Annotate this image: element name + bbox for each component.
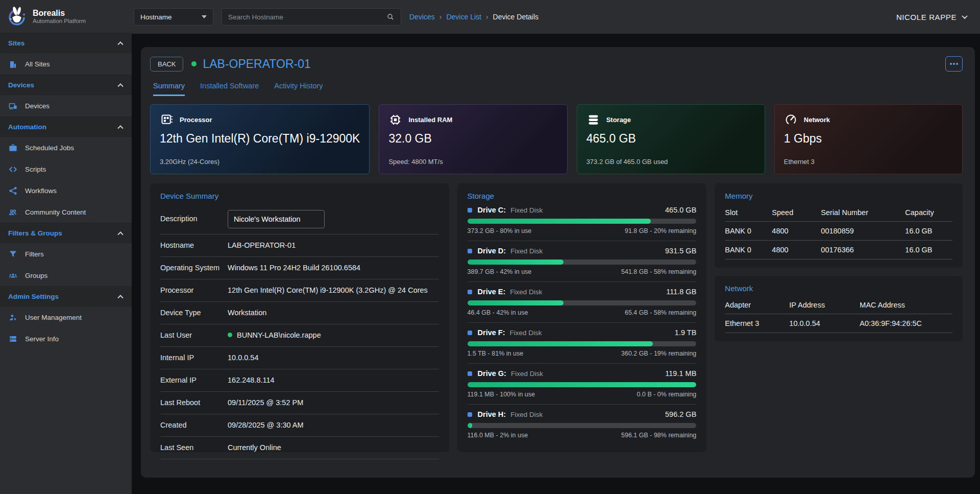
- stat-cards: Processor 12th Gen Intel(R) Core(TM) i9-…: [150, 104, 963, 174]
- drive-progress-bar: [468, 219, 697, 224]
- sidebar-item-scripts[interactable]: Scripts: [0, 158, 132, 180]
- drive-bullet-icon: [468, 208, 472, 213]
- chevron-up-icon: [117, 41, 123, 47]
- sidebar-section-devices[interactable]: Devices: [0, 75, 132, 95]
- main-column: Hostname Devices › Device List › Device …: [132, 0, 980, 494]
- back-button[interactable]: BACK: [150, 57, 183, 72]
- summary-row: Last Reboot 09/11/2025 @ 3:52 PM: [160, 392, 439, 414]
- brand-subtitle: Automation Platform: [33, 18, 86, 24]
- table-cell: Ethernet 3: [725, 314, 789, 333]
- sidebar-item-workflows[interactable]: Workflows: [0, 180, 132, 201]
- tab-summary[interactable]: Summary: [153, 82, 185, 96]
- summary-row: Last Seen Currently Online: [160, 437, 439, 459]
- sidebar-item-groups[interactable]: Groups: [0, 265, 132, 286]
- gauge-icon: [784, 113, 798, 127]
- ram-icon: [388, 113, 402, 127]
- stat-card-footer: 3.20GHz (24-Cores): [160, 158, 360, 166]
- drive-row-e: Drive E: Fixed Disk 111.8 GB 46.4 GB - 4…: [468, 282, 697, 323]
- panel-title: Device Summary: [160, 192, 439, 200]
- section-label: Sites: [8, 39, 24, 47]
- tab-installed-software[interactable]: Installed Software: [200, 82, 259, 96]
- sidebar-item-user-management[interactable]: User Management: [0, 307, 132, 328]
- sidebar-section-automation[interactable]: Automation: [0, 116, 132, 137]
- filter-select-value: Hostname: [140, 13, 172, 21]
- summary-row: Device Type Workstation: [160, 302, 439, 324]
- brand-text: Borealis Automation Platform: [33, 9, 86, 24]
- breadcrumb-separator: ›: [486, 13, 488, 21]
- drive-progress-bar: [468, 300, 697, 305]
- summary-row: Internal IP 10.0.0.54: [160, 347, 439, 369]
- hostname-filter-select[interactable]: Hostname: [134, 8, 213, 26]
- panel-title: Storage: [468, 192, 697, 200]
- memory-table: Slot Speed Serial Number Capacity BANK 0…: [725, 203, 952, 260]
- network-panel: Network Adapter IP Address MAC Address E…: [715, 276, 963, 341]
- user-menu[interactable]: NICOLE RAPPE: [896, 13, 967, 21]
- section-label: Filters & Groups: [8, 229, 62, 237]
- device-summary-panel: Device Summary Description Hostname LAB-…: [150, 183, 449, 452]
- stat-card-value: 32.0 GB: [388, 132, 557, 146]
- summary-row-last-user: Last User BUNNY-LAB\nicole.rappe: [160, 324, 439, 347]
- drive-progress-bar: [468, 382, 697, 387]
- more-actions-button[interactable]: [945, 56, 963, 72]
- device-title: LAB-OPERATOR-01: [203, 57, 310, 71]
- content-area: BACK LAB-OPERATOR-01 Summary Installed S…: [132, 34, 980, 494]
- table-cell: 00176366: [821, 241, 905, 260]
- detail-panels: Device Summary Description Hostname LAB-…: [150, 183, 963, 452]
- memory-panel: Memory Slot Speed Serial Number Capacity…: [715, 183, 963, 268]
- online-status-dot: [191, 61, 197, 66]
- stat-card-network: Network 1 Gbps Ethernet 3: [774, 104, 963, 174]
- sidebar-item-label: Scripts: [25, 166, 46, 173]
- app-root: Borealis Automation Platform Sites All S…: [0, 0, 980, 494]
- drive-progress-bar: [468, 341, 697, 346]
- panel-title: Network: [725, 284, 952, 293]
- drive-row-g: Drive G: Fixed Disk 119.1 MB 119.1 MB - …: [468, 364, 697, 405]
- chevron-up-icon: [117, 231, 123, 237]
- drive-row-c: Drive C: Fixed Disk 465.0 GB 373.2 GB - …: [468, 200, 697, 241]
- server-icon: [8, 334, 18, 344]
- summary-row: Hostname LAB-OPERATOR-01: [160, 234, 439, 257]
- stat-card-label: Processor: [180, 116, 212, 124]
- stat-card-footer: Ethernet 3: [784, 158, 953, 166]
- breadcrumb-device-list[interactable]: Device List: [446, 13, 481, 21]
- sidebar-item-label: Workflows: [25, 187, 57, 195]
- chevron-down-icon: [962, 13, 967, 19]
- brand: Borealis Automation Platform: [0, 0, 132, 33]
- sidebar-section-sites[interactable]: Sites: [0, 33, 132, 53]
- sidebar-item-devices[interactable]: Devices: [0, 95, 132, 116]
- stat-card-label: Network: [804, 116, 830, 124]
- code-icon: [8, 164, 18, 174]
- sidebar-item-community-content[interactable]: Community Content: [0, 201, 132, 223]
- drive-progress-bar: [468, 423, 697, 428]
- table-cell: 4800: [772, 241, 821, 260]
- sidebar-section-filters-groups[interactable]: Filters & Groups: [0, 223, 132, 243]
- filter-icon: [8, 249, 18, 259]
- drive-row-h: Drive H: Fixed Disk 596.2 GB 116.0 MB - …: [468, 405, 697, 445]
- breadcrumb: Devices › Device List › Device Details: [409, 13, 538, 21]
- sidebar-item-all-sites[interactable]: All Sites: [0, 53, 132, 75]
- sidebar-item-filters[interactable]: Filters: [0, 243, 132, 265]
- section-label: Automation: [8, 123, 46, 131]
- sidebar-item-label: Devices: [25, 102, 50, 110]
- caret-down-icon: [202, 15, 207, 18]
- search-input[interactable]: [228, 13, 386, 21]
- table-cell: BANK 0: [725, 241, 772, 260]
- chevron-up-icon: [117, 295, 123, 300]
- stat-card-value: 1 Gbps: [784, 132, 953, 146]
- sidebar-nav: Sites All Sites Devices Devices Au: [0, 33, 132, 349]
- description-input[interactable]: [228, 210, 325, 228]
- sidebar: Borealis Automation Platform Sites All S…: [0, 0, 132, 494]
- tab-activity-history[interactable]: Activity History: [274, 82, 323, 96]
- device-header: BACK LAB-OPERATOR-01: [150, 56, 963, 72]
- stat-card-label: Storage: [606, 116, 631, 124]
- sidebar-item-server-info[interactable]: Server Info: [0, 328, 132, 349]
- summary-row: External IP 162.248.8.114: [160, 369, 439, 392]
- sidebar-item-label: Scheduled Jobs: [25, 144, 74, 152]
- sidebar-item-scheduled-jobs[interactable]: Scheduled Jobs: [0, 137, 132, 158]
- sidebar-section-admin-settings[interactable]: Admin Settings: [0, 286, 132, 307]
- building-icon: [8, 59, 18, 69]
- breadcrumb-devices[interactable]: Devices: [409, 13, 435, 21]
- summary-row: Created 09/28/2025 @ 3:30 AM: [160, 414, 439, 437]
- drive-bullet-icon: [468, 371, 472, 376]
- sidebar-item-label: Groups: [25, 272, 47, 279]
- storage-stack-icon: [586, 113, 600, 127]
